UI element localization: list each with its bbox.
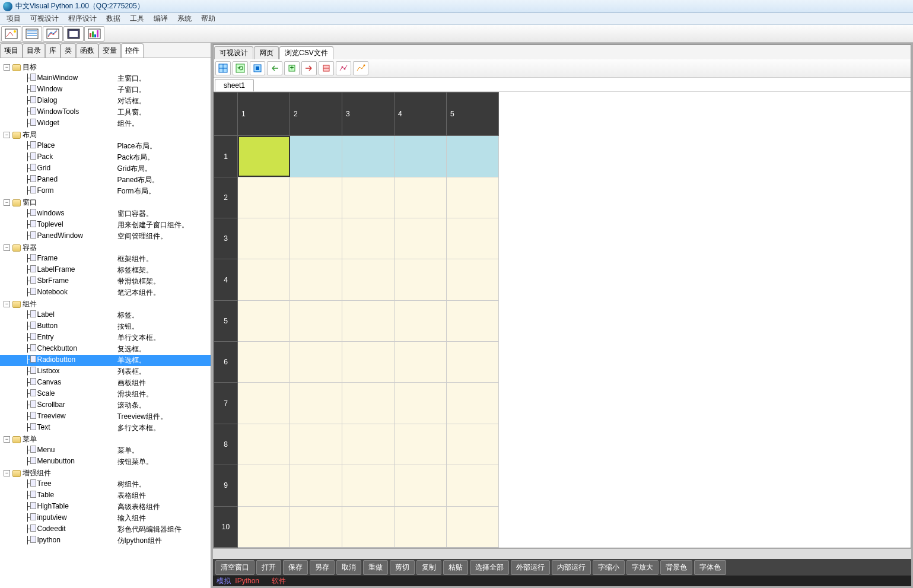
cell-5-5[interactable] — [447, 300, 499, 341]
tree-item-Text[interactable]: ├Text多行文本框。 — [0, 422, 211, 434]
left-tab-函数[interactable]: 函数 — [76, 43, 98, 58]
menu-编译[interactable]: 编译 — [149, 12, 173, 25]
bottom-btn-字缩小[interactable]: 字缩小 — [593, 560, 625, 575]
tree-item-HighTable[interactable]: ├HighTable高级表格组件 — [0, 501, 211, 513]
tree-item-windows[interactable]: ├windows窗口容器。 — [0, 208, 211, 220]
tree-item-Radiobutton[interactable]: ├Radiobutton单选框。 — [0, 355, 211, 366]
csv-tool-7[interactable] — [319, 61, 334, 75]
collapse-icon[interactable]: − — [4, 470, 10, 476]
tree-item-Treeview[interactable]: ├TreeviewTreeview组件。 — [0, 411, 211, 422]
tree-item-Scale[interactable]: ├Scale滑块组件。 — [0, 389, 211, 400]
row-header-7[interactable]: 7 — [214, 383, 238, 424]
tree-item-PanedWindow[interactable]: ├PanedWindow空间管理组件。 — [0, 231, 211, 242]
left-tab-类[interactable]: 类 — [61, 43, 76, 58]
bottom-btn-复制[interactable]: 复制 — [416, 560, 441, 575]
menu-帮助[interactable]: 帮助 — [196, 12, 220, 25]
cell-10-3[interactable] — [342, 506, 395, 547]
col-header-4[interactable]: 4 — [395, 93, 447, 136]
menu-系统[interactable]: 系统 — [173, 12, 196, 25]
cell-8-2[interactable] — [290, 424, 342, 465]
bottom-btn-取消[interactable]: 取消 — [336, 560, 361, 575]
tree-item-Canvas[interactable]: ├Canvas画板组件 — [0, 377, 211, 389]
bottom-btn-另存[interactable]: 另存 — [310, 560, 335, 575]
cell-10-5[interactable] — [447, 506, 499, 547]
tree-item-Table[interactable]: ├Table表格组件 — [0, 490, 211, 501]
row-header-6[interactable]: 6 — [214, 342, 238, 383]
bottom-btn-粘贴[interactable]: 粘贴 — [443, 560, 468, 575]
toolbar-btn-4[interactable] — [63, 26, 84, 42]
cell-6-5[interactable] — [447, 342, 499, 383]
collapse-icon[interactable]: − — [4, 64, 10, 71]
cell-4-4[interactable] — [395, 259, 447, 300]
row-header-5[interactable]: 5 — [214, 300, 238, 341]
collapse-icon[interactable]: − — [4, 244, 10, 251]
bottom-btn-字放大[interactable]: 字放大 — [626, 560, 658, 575]
cell-3-3[interactable] — [342, 218, 395, 259]
cell-4-1[interactable] — [238, 259, 290, 300]
tree-item-MainWindow[interactable]: ├MainWindow主窗口。 — [0, 73, 211, 84]
row-header-8[interactable]: 8 — [214, 424, 238, 465]
cell-8-5[interactable] — [447, 424, 499, 465]
cell-4-2[interactable] — [290, 259, 342, 300]
cell-7-3[interactable] — [342, 383, 395, 424]
cell-10-2[interactable] — [290, 506, 342, 547]
left-tab-库[interactable]: 库 — [45, 43, 61, 58]
cell-9-2[interactable] — [290, 465, 342, 506]
cell-6-2[interactable] — [290, 342, 342, 383]
tree-item-Scrollbar[interactable]: ├Scrollbar滚动条。 — [0, 400, 211, 411]
tree-item-Entry[interactable]: ├Entry单行文本框。 — [0, 332, 211, 344]
csv-tool-3[interactable] — [250, 61, 265, 75]
bottom-btn-清空窗口[interactable]: 清空窗口 — [215, 560, 255, 575]
bottom-btn-打开[interactable]: 打开 — [256, 560, 281, 575]
cell-7-4[interactable] — [395, 383, 447, 424]
left-tab-目录[interactable]: 目录 — [23, 43, 45, 58]
col-header-1[interactable]: 1 — [238, 93, 290, 136]
cell-2-2[interactable] — [290, 177, 342, 218]
toolbar-btn-5[interactable] — [84, 26, 104, 42]
cell-7-1[interactable] — [238, 383, 290, 424]
collapse-icon[interactable]: − — [4, 301, 10, 307]
tree-item-Place[interactable]: ├PlacePlace布局。 — [0, 141, 211, 152]
cell-4-5[interactable] — [447, 259, 499, 300]
col-header-3[interactable]: 3 — [342, 93, 395, 136]
tree-item-Listbox[interactable]: ├Listbox列表框。 — [0, 366, 211, 377]
cell-1-1[interactable] — [238, 136, 290, 177]
cell-5-4[interactable] — [395, 300, 447, 341]
csv-tool-5[interactable]: + — [284, 61, 300, 75]
cell-7-5[interactable] — [447, 383, 499, 424]
csv-tool-1[interactable] — [215, 61, 231, 75]
tree-item-Menubutton[interactable]: ├Menubutton按钮菜单。 — [0, 456, 211, 468]
right-tab-网页[interactable]: 网页 — [254, 46, 279, 59]
right-tab-浏览CSV文件[interactable]: 浏览CSV文件 — [279, 46, 333, 59]
tree-item-Grid[interactable]: ├GridGrid布局。 — [0, 163, 211, 174]
horizontal-scrollbar[interactable] — [213, 548, 911, 559]
tree-item-Ipython[interactable]: ├Ipython仿Ipython组件 — [0, 535, 211, 546]
left-tab-项目[interactable]: 项目 — [0, 43, 23, 58]
tree-group-增强组件[interactable]: −增强组件 — [0, 468, 211, 479]
tree-item-inputview[interactable]: ├inputview输入组件 — [0, 513, 211, 524]
row-header-2[interactable]: 2 — [214, 177, 238, 218]
row-header-1[interactable]: 1 — [214, 136, 238, 177]
tree-item-Window[interactable]: ├Window子窗口。 — [0, 84, 211, 96]
row-header-3[interactable]: 3 — [214, 218, 238, 259]
row-header-9[interactable]: 9 — [214, 465, 238, 506]
csv-tool-6[interactable] — [301, 61, 317, 75]
collapse-icon[interactable]: − — [4, 132, 10, 138]
cell-9-4[interactable] — [395, 465, 447, 506]
tree-item-Codeedit[interactable]: ├Codeedit彩色代码编辑器组件 — [0, 524, 211, 535]
control-tree[interactable]: −目标├MainWindow主窗口。├Window子窗口。├Dialog对话框。… — [0, 58, 211, 588]
cell-9-1[interactable] — [238, 465, 290, 506]
tree-item-Pack[interactable]: ├PackPack布局。 — [0, 152, 211, 163]
menu-项目[interactable]: 项目 — [2, 12, 26, 25]
tree-item-Frame[interactable]: ├Frame框架组件。 — [0, 253, 211, 265]
menu-数据[interactable]: 数据 — [101, 12, 125, 25]
tree-item-Tree[interactable]: ├Tree树组件。 — [0, 479, 211, 490]
toolbar-btn-1[interactable] — [1, 26, 21, 42]
bottom-btn-保存[interactable]: 保存 — [283, 560, 308, 575]
spreadsheet-grid[interactable]: 1234512345678910 — [214, 92, 911, 548]
tree-group-菜单[interactable]: −菜单 — [0, 434, 211, 445]
collapse-icon[interactable]: − — [4, 199, 10, 206]
csv-tool-2[interactable]: ⟲ — [233, 61, 248, 75]
tree-item-Checkbutton[interactable]: ├Checkbutton复选框。 — [0, 344, 211, 355]
tree-item-Notebook[interactable]: ├Notebook笔记本组件。 — [0, 287, 211, 298]
